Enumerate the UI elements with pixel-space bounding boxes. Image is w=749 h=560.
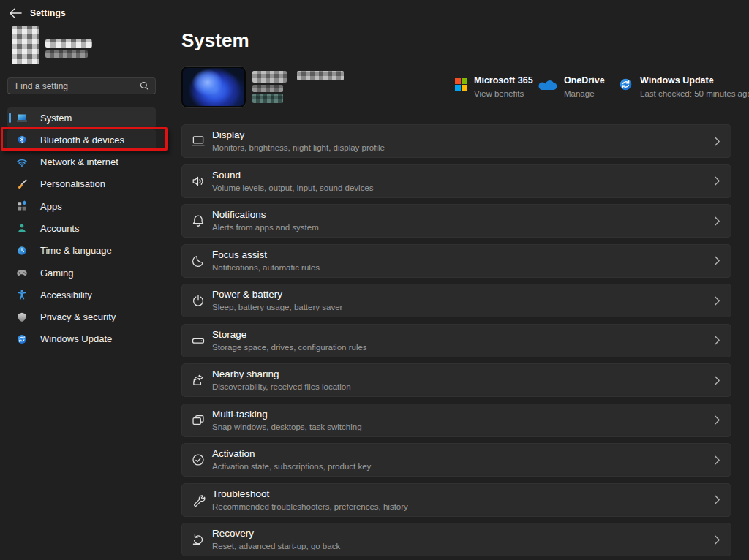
sidebar-item-label: Network & internet xyxy=(40,156,118,167)
onedrive-icon xyxy=(538,79,557,98)
sidebar-item-label: Apps xyxy=(40,201,62,212)
moon-icon xyxy=(190,253,206,269)
microsoft-365-card[interactable]: Microsoft 365 View benefits xyxy=(455,73,533,98)
time-icon xyxy=(16,245,28,257)
settings-list: Display Monitors, brightness, night ligh… xyxy=(181,124,731,556)
setting-title: Display xyxy=(212,129,385,141)
search-icon xyxy=(140,81,149,91)
settings-row-sound[interactable]: Sound Volume levels, output, input, soun… xyxy=(181,164,731,198)
sidebar-item-windows-update[interactable]: Windows Update xyxy=(7,329,156,349)
sidebar-item-accessibility[interactable]: Accessibility xyxy=(7,284,156,305)
setting-subtitle: Snap windows, desktops, task switching xyxy=(212,422,362,432)
sidebar-item-system[interactable]: System xyxy=(7,107,156,128)
redacted-device-name xyxy=(252,71,287,83)
search-input[interactable] xyxy=(8,81,140,91)
chevron-right-icon xyxy=(714,375,720,386)
settings-row-power-battery[interactable]: Power & battery Sleep, battery usage, ba… xyxy=(181,284,731,317)
onedrive-card[interactable]: OneDrive Manage xyxy=(538,73,605,98)
chevron-right-icon xyxy=(714,494,720,505)
redacted-device-name-2 xyxy=(297,71,344,80)
multitask-icon xyxy=(190,412,206,428)
sidebar-item-gaming[interactable]: Gaming xyxy=(7,262,156,283)
settings-row-display[interactable]: Display Monitors, brightness, night ligh… xyxy=(181,124,731,158)
chevron-right-icon xyxy=(714,216,720,227)
microsoft-365-icon xyxy=(455,78,467,98)
accounts-icon xyxy=(16,222,28,234)
chevron-right-icon xyxy=(714,136,720,147)
setting-title: Focus assist xyxy=(212,249,320,261)
sidebar-item-time-language[interactable]: Time & language xyxy=(7,241,156,261)
user-profile[interactable] xyxy=(12,26,135,64)
setting-subtitle: Reset, advanced start-up, go back xyxy=(212,541,340,551)
page-title: System xyxy=(181,29,249,52)
settings-row-focus-assist[interactable]: Focus assist Notifications, automatic ru… xyxy=(181,244,731,278)
chevron-right-icon xyxy=(714,415,720,425)
sidebar-item-label: Privacy & security xyxy=(40,311,116,322)
back-button[interactable] xyxy=(9,7,22,19)
bell-icon xyxy=(190,213,206,229)
setting-title: Recovery xyxy=(212,528,340,540)
last-checked-status: Last checked: 50 minutes ago xyxy=(640,89,749,98)
card-title: OneDrive xyxy=(564,75,605,86)
sidebar-item-accounts[interactable]: Accounts xyxy=(7,218,156,238)
chevron-right-icon xyxy=(714,335,720,346)
redacted-user-email xyxy=(45,50,88,58)
setting-subtitle: Discoverability, received files location xyxy=(212,382,351,392)
chevron-right-icon xyxy=(714,255,720,266)
settings-row-troubleshoot[interactable]: Troubleshoot Recommended troubleshooters… xyxy=(181,483,731,517)
chevron-right-icon xyxy=(714,175,720,186)
settings-row-multi-tasking[interactable]: Multi-tasking Snap windows, desktops, ta… xyxy=(181,404,731,437)
gaming-icon xyxy=(16,267,28,279)
setting-title: Storage xyxy=(212,329,367,341)
sidebar-item-personalisation[interactable]: Personalisation xyxy=(7,174,156,194)
setting-subtitle: Notifications, automatic rules xyxy=(212,262,320,273)
sidebar-item-label: System xyxy=(40,113,72,124)
sidebar-item-bluetooth-devices[interactable]: Bluetooth & devices xyxy=(7,129,156,150)
setting-title: Troubleshoot xyxy=(212,488,408,500)
update-icon xyxy=(16,333,28,345)
sound-icon xyxy=(190,173,206,189)
setting-subtitle: Sleep, battery usage, battery saver xyxy=(212,302,342,312)
card-title: Microsoft 365 xyxy=(474,75,533,86)
redacted-rename-link xyxy=(252,94,283,103)
storage-icon xyxy=(190,333,206,349)
setting-title: Sound xyxy=(212,170,374,181)
sidebar-item-label: Gaming xyxy=(40,268,74,279)
setting-subtitle: Alerts from apps and system xyxy=(212,222,319,232)
settings-row-activation[interactable]: Activation Activation state, subscriptio… xyxy=(181,443,731,477)
sidebar-item-label: Time & language xyxy=(40,245,112,256)
sidebar-item-label: Personalisation xyxy=(40,178,105,189)
display-icon xyxy=(190,133,206,149)
sidebar-item-network-internet[interactable]: Network & internet xyxy=(7,152,156,173)
device-wallpaper-thumbnail xyxy=(181,67,246,107)
search-box[interactable] xyxy=(7,77,156,94)
wrench-icon xyxy=(190,492,206,508)
power-icon xyxy=(190,292,206,309)
windows-update-icon xyxy=(618,77,633,98)
network-icon xyxy=(16,156,28,168)
sidebar-item-label: Bluetooth & devices xyxy=(40,135,124,145)
system-icon xyxy=(16,112,28,124)
windows-update-card[interactable]: Windows Update Last checked: 50 minutes … xyxy=(618,73,749,98)
sidebar-item-privacy-security[interactable]: Privacy & security xyxy=(7,307,156,328)
redacted-user-name xyxy=(45,39,92,48)
recovery-icon xyxy=(190,531,206,548)
user-name-block xyxy=(39,26,135,64)
accessibility-icon xyxy=(16,289,28,300)
manage-link[interactable]: Manage xyxy=(564,89,605,98)
setting-subtitle: Storage space, drives, configuration rul… xyxy=(212,342,367,352)
chevron-right-icon xyxy=(714,534,720,545)
view-benefits-link[interactable]: View benefits xyxy=(474,89,533,98)
activate-icon xyxy=(190,452,206,468)
settings-row-storage[interactable]: Storage Storage space, drives, configura… xyxy=(181,324,731,357)
setting-subtitle: Activation state, subscriptions, product… xyxy=(212,461,371,472)
settings-row-nearby-sharing[interactable]: Nearby sharing Discoverability, received… xyxy=(181,363,731,397)
sidebar-item-label: Accessibility xyxy=(40,290,92,300)
sidebar-item-apps[interactable]: Apps xyxy=(7,196,156,216)
settings-row-notifications[interactable]: Notifications Alerts from apps and syste… xyxy=(181,204,731,238)
setting-title: Nearby sharing xyxy=(212,368,351,380)
settings-row-recovery[interactable]: Recovery Reset, advanced start-up, go ba… xyxy=(181,523,731,556)
selection-indicator xyxy=(9,113,11,123)
bluetooth-icon xyxy=(16,134,28,145)
avatar xyxy=(12,26,39,64)
